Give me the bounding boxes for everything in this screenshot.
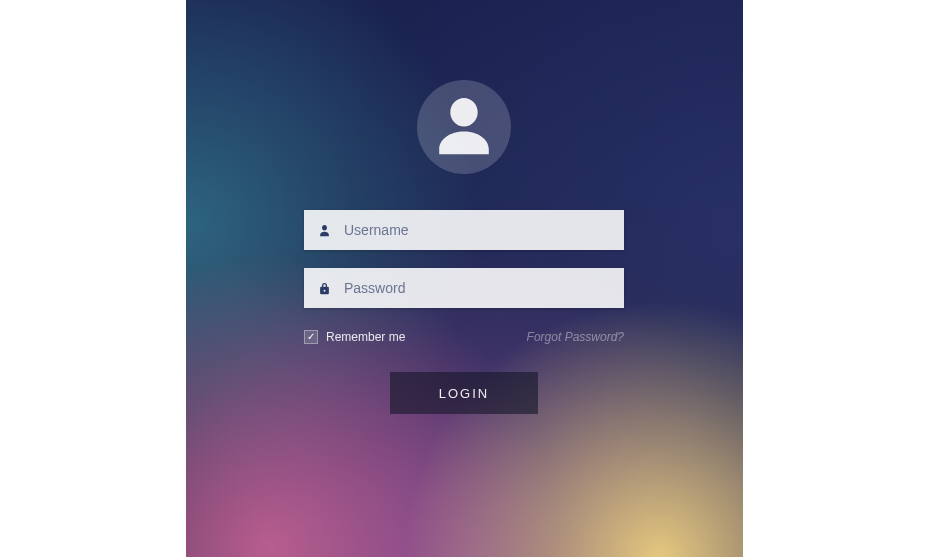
remember-me-toggle[interactable]: ✓ Remember me — [304, 330, 405, 344]
login-panel: ✓ Remember me Forgot Password? LOGIN — [186, 0, 743, 557]
username-field-wrap — [304, 210, 624, 250]
password-field-wrap — [304, 268, 624, 308]
password-input[interactable] — [344, 268, 624, 308]
username-input[interactable] — [344, 210, 624, 250]
check-icon: ✓ — [304, 330, 318, 344]
user-small-icon — [304, 223, 344, 238]
remember-label: Remember me — [326, 330, 405, 344]
user-icon — [429, 90, 499, 164]
lock-icon — [304, 281, 344, 296]
avatar — [417, 80, 511, 174]
forgot-password-link[interactable]: Forgot Password? — [527, 330, 624, 344]
options-row: ✓ Remember me Forgot Password? — [304, 330, 624, 344]
login-form: ✓ Remember me Forgot Password? LOGIN — [304, 210, 624, 414]
login-button[interactable]: LOGIN — [390, 372, 538, 414]
